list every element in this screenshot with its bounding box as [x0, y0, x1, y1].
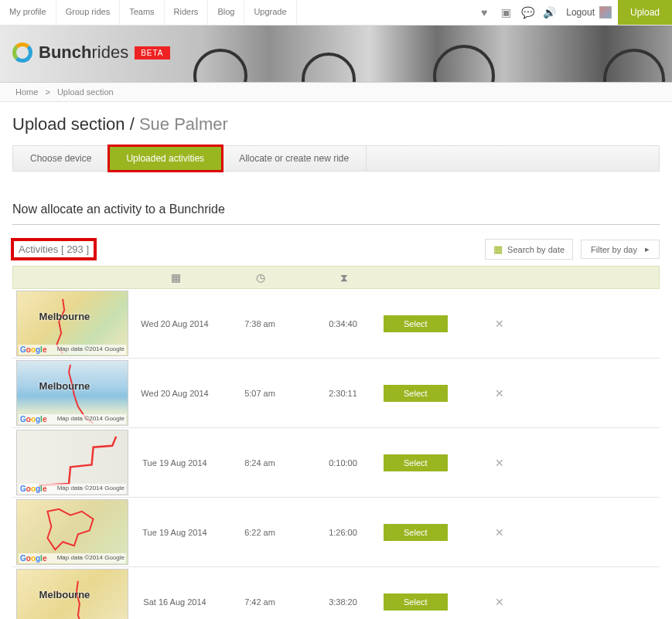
breadcrumb-separator: >: [45, 87, 49, 97]
google-logo: Google: [20, 485, 46, 493]
cell-date: Wed 20 Aug 2014: [132, 389, 217, 398]
select-button[interactable]: Select: [384, 454, 448, 471]
map-attribution: Map data ©2014 Google: [57, 554, 125, 563]
logo-ring-icon: [12, 43, 32, 63]
nav-item-upgrade[interactable]: Upgrade: [244, 0, 296, 25]
map-place-label: Melbourne: [39, 589, 90, 600]
chevron-right-icon: ▸: [645, 244, 650, 254]
table-header: ▦ ◷ ⧗: [12, 266, 660, 289]
close-icon[interactable]: ✕: [495, 387, 504, 400]
map-thumbnail[interactable]: GoogleMap data ©2014 Google: [16, 430, 128, 495]
hero-banner: Bunchrides BETA: [0, 26, 672, 83]
select-button[interactable]: Select: [384, 593, 448, 610]
cell-date: Sat 16 Aug 2014: [132, 597, 217, 607]
google-logo: Google: [20, 345, 46, 354]
map-thumbnail[interactable]: MelbourneGoogleMap data ©2014 Google: [16, 569, 128, 619]
tab-uploaded-activities[interactable]: Uploaded activities: [109, 146, 222, 171]
heart-icon[interactable]: ♥: [473, 6, 495, 19]
cell-start-time: 8:24 am: [217, 458, 302, 468]
select-button[interactable]: Select: [384, 315, 448, 332]
cell-date: Wed 20 Aug 2014: [132, 319, 217, 328]
table-row: MelbourneGoogleMap data ©2014 GoogleWed …: [12, 289, 660, 359]
cell-duration: 2:30:11: [302, 389, 384, 398]
filter-by-day[interactable]: Filter by day ▸: [581, 240, 660, 259]
cell-duration: 0:34:40: [302, 319, 384, 328]
clock-header-icon: ◷: [256, 271, 265, 284]
map-place-label: Melbourne: [39, 380, 90, 392]
map-place-label: Melbourne: [39, 311, 90, 322]
map-attribution: Map data ©2014 Google: [57, 345, 125, 354]
map-attribution: Map data ©2014 Google: [57, 485, 125, 493]
breadcrumb: Home > Upload section: [0, 83, 672, 102]
beta-badge: BETA: [135, 46, 169, 60]
close-icon[interactable]: ✕: [495, 526, 504, 539]
nav-item-riders[interactable]: Riders: [165, 0, 209, 25]
logo-text: Bunchrides: [39, 43, 128, 63]
breadcrumb-home[interactable]: Home: [15, 87, 38, 97]
search-by-date[interactable]: ▦ Search by date: [485, 239, 573, 260]
table-row: GoogleMap data ©2014 GoogleTue 19 Aug 20…: [12, 498, 660, 567]
map-thumbnail[interactable]: GoogleMap data ©2014 Google: [16, 499, 128, 565]
table-row: MelbourneGoogleMap data ©2014 GoogleSat …: [12, 567, 660, 619]
map-attribution: Map data ©2014 Google: [57, 415, 125, 423]
avatar: [599, 6, 612, 19]
calendar-header-icon: ▦: [171, 271, 181, 284]
nav-item-blog[interactable]: Blog: [208, 0, 244, 25]
section-heading: Now allocate an activity to a Bunchride: [12, 202, 660, 225]
nav-item-my-profile[interactable]: My profile: [0, 0, 56, 25]
table-row: GoogleMap data ©2014 GoogleTue 19 Aug 20…: [12, 428, 660, 498]
chat-icon[interactable]: 💬: [517, 6, 538, 19]
google-logo: Google: [20, 415, 46, 423]
breadcrumb-current: Upload section: [57, 87, 114, 97]
close-icon[interactable]: ✕: [495, 457, 504, 469]
page-title: Upload section / Sue Palmer: [12, 114, 660, 134]
book-icon[interactable]: ▣: [495, 6, 517, 19]
select-button[interactable]: Select: [384, 524, 448, 541]
tab-bar: Choose deviceUploaded activitiesAllocate…: [12, 145, 660, 172]
cell-duration: 3:38:20: [302, 597, 384, 607]
logout-link[interactable]: Logout: [560, 6, 618, 19]
tab-choose-device[interactable]: Choose device: [13, 146, 109, 171]
tab-allocate-or-create-new-ride[interactable]: Allocate or create new ride: [222, 146, 367, 171]
cell-start-time: 7:42 am: [217, 597, 302, 607]
nav-item-group-rides[interactable]: Group rides: [56, 0, 120, 25]
cell-start-time: 6:22 am: [217, 528, 302, 537]
cell-date: Tue 19 Aug 2014: [132, 528, 217, 537]
cell-start-time: 7:38 am: [217, 319, 302, 328]
select-button[interactable]: Select: [384, 385, 448, 402]
logo[interactable]: Bunchrides BETA: [12, 43, 170, 63]
activities-count: Activities [ 293 ]: [12, 240, 95, 259]
cell-start-time: 5:07 am: [217, 389, 302, 398]
nav-item-teams[interactable]: Teams: [120, 0, 164, 25]
cell-date: Tue 19 Aug 2014: [132, 458, 217, 468]
cell-duration: 0:10:00: [302, 458, 384, 468]
hourglass-header-icon: ⧗: [340, 271, 348, 284]
google-logo: Google: [20, 554, 46, 563]
logout-label: Logout: [566, 7, 595, 18]
volume-icon[interactable]: 🔊: [538, 6, 560, 19]
map-thumbnail[interactable]: MelbourneGoogleMap data ©2014 Google: [16, 360, 128, 426]
close-icon[interactable]: ✕: [495, 318, 504, 330]
cell-duration: 1:26:00: [302, 528, 384, 537]
calendar-icon: ▦: [493, 243, 503, 255]
table-row: MelbourneGoogleMap data ©2014 GoogleWed …: [12, 359, 660, 428]
map-thumbnail[interactable]: MelbourneGoogleMap data ©2014 Google: [16, 291, 128, 356]
top-nav: My profileGroup ridesTeamsRidersBlogUpgr…: [0, 0, 672, 26]
upload-button[interactable]: Upload: [618, 0, 672, 25]
close-icon[interactable]: ✕: [495, 596, 504, 608]
